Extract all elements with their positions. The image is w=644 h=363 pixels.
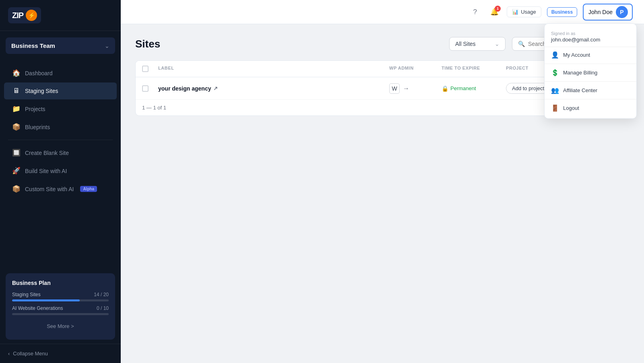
- sidebar-item-build-ai[interactable]: 🚀 Build Site with AI: [4, 162, 117, 179]
- search-icon: 🔍: [518, 41, 525, 47]
- logo-wp-badge: [26, 10, 37, 21]
- external-link-icon[interactable]: ↗: [213, 85, 218, 91]
- create-blank-label: Create Blank Site: [25, 150, 69, 156]
- sidebar-item-projects[interactable]: 📁 Projects: [4, 100, 117, 118]
- alpha-badge: Alpha: [80, 186, 97, 192]
- dashboard-label: Dashboard: [25, 70, 53, 76]
- user-name: John Doe: [588, 9, 613, 15]
- col-checkbox: [142, 66, 158, 72]
- dropdown-divider-3: [545, 99, 636, 99]
- custom-ai-icon: 📦: [12, 185, 20, 193]
- wordpress-icon[interactable]: W: [389, 83, 400, 94]
- custom-ai-label: Custom Site with AI: [25, 186, 74, 192]
- logo-zip-text: ZIP: [12, 11, 23, 20]
- affiliate-icon: 👥: [551, 87, 559, 94]
- header-checkbox[interactable]: [142, 66, 149, 72]
- sidebar: ZIP Business Team ⌄ 🏠 Dashboard 🖥 Stagin…: [0, 0, 121, 363]
- usage-button[interactable]: 📊 Usage: [507, 6, 541, 17]
- plan-staging-count: 14 / 20: [94, 292, 109, 297]
- manage-billing-label: Manage Billing: [563, 70, 597, 76]
- manage-billing-icon: 💲: [551, 69, 559, 76]
- logout-item[interactable]: 🚪 Logout: [545, 100, 636, 116]
- create-blank-icon: 🔲: [12, 148, 20, 157]
- blueprints-icon: 📦: [12, 123, 20, 131]
- main-area: ? 🔔 1 📊 Usage Business John Doe P Signed…: [121, 0, 644, 363]
- business-badge: Business: [547, 7, 577, 17]
- help-button[interactable]: ?: [468, 5, 482, 19]
- plan-title: Business Plan: [12, 280, 109, 286]
- lock-icon: 🔒: [442, 85, 448, 92]
- user-menu-button[interactable]: John Doe P: [583, 4, 633, 21]
- wp-admin-cell: W →: [389, 83, 442, 94]
- projects-icon: 📁: [12, 105, 20, 113]
- staging-sites-icon: 🖥: [12, 87, 20, 95]
- site-name-cell: your design agency ↗: [158, 85, 389, 92]
- plan-ai-label: AI Website Generations: [12, 305, 63, 311]
- collapse-menu-button[interactable]: ‹ Collapse Menu: [0, 344, 121, 363]
- logout-icon: 🚪: [551, 104, 559, 112]
- filter-chevron-icon: ⌄: [495, 41, 500, 47]
- affiliate-center-item[interactable]: 👥 Affiliate Center: [545, 82, 636, 98]
- logout-label: Logout: [563, 105, 579, 111]
- filter-label: All Sites: [455, 41, 491, 47]
- plan-ai-count: 0 / 10: [97, 305, 109, 311]
- sidebar-logo: ZIP: [0, 0, 121, 31]
- team-selector-label: Business Team: [11, 42, 55, 49]
- sidebar-plan: Business Plan Staging Sites 14 / 20 AI W…: [6, 273, 115, 340]
- plan-staging-label: Staging Sites: [12, 292, 41, 297]
- sidebar-item-staging-sites[interactable]: 🖥 Staging Sites: [4, 82, 117, 99]
- row-checkbox: [142, 85, 158, 92]
- col-time-expire: TIME TO EXPIRE: [442, 66, 506, 72]
- user-dropdown: Signed in as john.doe@gmail.com 👤 My Acc…: [544, 23, 637, 119]
- site-name-text: your design agency: [158, 85, 211, 92]
- header: ? 🔔 1 📊 Usage Business John Doe P Signed…: [121, 0, 644, 24]
- add-to-project-button[interactable]: Add to project: [506, 83, 550, 94]
- filter-dropdown[interactable]: All Sites ⌄: [449, 37, 506, 51]
- plan-ai-row: AI Website Generations 0 / 10: [12, 305, 109, 315]
- blueprints-label: Blueprints: [25, 124, 50, 130]
- dashboard-icon: 🏠: [12, 69, 20, 77]
- team-selector[interactable]: Business Team ⌄: [6, 37, 115, 54]
- plan-staging-sites-row: Staging Sites 14 / 20: [12, 292, 109, 301]
- sidebar-nav: 🏠 Dashboard 🖥 Staging Sites 📁 Projects 📦…: [0, 60, 121, 269]
- usage-icon: 📊: [512, 9, 518, 15]
- collapse-arrow-icon: ‹: [8, 351, 10, 357]
- manage-billing-item[interactable]: 💲 Manage Billing: [545, 65, 636, 80]
- row-select-checkbox[interactable]: [142, 85, 149, 92]
- build-ai-icon: 🚀: [12, 167, 20, 175]
- sidebar-item-create-blank[interactable]: 🔲 Create Blank Site: [4, 144, 117, 161]
- time-expire-cell: 🔒 Permanent: [442, 85, 506, 92]
- collapse-menu-label: Collapse Menu: [13, 351, 48, 357]
- col-label: LABEL: [158, 66, 389, 72]
- page-title: Sites: [135, 38, 443, 50]
- plan-ai-track: [12, 313, 109, 315]
- dropdown-divider-1: [545, 64, 636, 64]
- notifications-button[interactable]: 🔔 1: [487, 5, 501, 19]
- sidebar-item-blueprints[interactable]: 📦 Blueprints: [4, 118, 117, 136]
- see-more-button[interactable]: See More >: [12, 319, 109, 333]
- usage-label: Usage: [521, 9, 536, 15]
- team-selector-chevron-icon: ⌄: [105, 43, 109, 49]
- my-account-item[interactable]: 👤 My Account: [545, 47, 636, 63]
- notification-badge: 1: [495, 6, 501, 12]
- dropdown-signed-in-section: Signed in as john.doe@gmail.com: [545, 26, 636, 47]
- projects-label: Projects: [25, 106, 45, 112]
- nav-divider: [8, 140, 113, 140]
- time-expire-text: Permanent: [450, 85, 476, 91]
- plan-staging-fill: [12, 299, 80, 301]
- col-wp-admin: WP ADMIN: [389, 66, 442, 72]
- signed-in-label: Signed in as: [551, 31, 630, 36]
- dropdown-divider-2: [545, 81, 636, 82]
- affiliate-label: Affiliate Center: [563, 87, 597, 93]
- logo-box: ZIP: [8, 7, 41, 23]
- build-ai-label: Build Site with AI: [25, 168, 67, 174]
- staging-sites-label: Staging Sites: [25, 88, 58, 94]
- user-avatar: P: [616, 6, 628, 18]
- dropdown-email: john.doe@gmail.com: [551, 37, 630, 43]
- wp-admin-arrow-icon[interactable]: →: [403, 85, 409, 92]
- my-account-label: My Account: [563, 52, 590, 58]
- plan-staging-track: [12, 299, 109, 301]
- sidebar-item-custom-ai[interactable]: 📦 Custom Site with AI Alpha: [4, 180, 117, 198]
- my-account-icon: 👤: [551, 51, 559, 59]
- sidebar-item-dashboard[interactable]: 🏠 Dashboard: [4, 64, 117, 82]
